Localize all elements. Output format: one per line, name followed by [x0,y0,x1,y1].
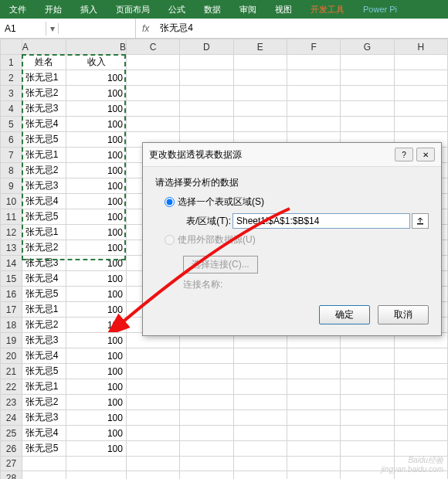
cell[interactable] [66,457,126,471]
cell[interactable]: 张无忌5 [22,287,66,302]
cell[interactable] [394,55,447,70]
cell[interactable] [233,117,287,132]
cell[interactable] [287,348,340,364]
cell[interactable] [22,457,66,471]
cell[interactable] [233,364,287,379]
select-all-corner[interactable] [1,39,22,55]
cell[interactable] [341,86,394,101]
row-header[interactable]: 21 [1,364,22,379]
col-header-D[interactable]: D [180,39,233,55]
cell[interactable] [287,117,340,132]
row-header[interactable]: 10 [1,194,22,209]
cell[interactable]: 100 [66,410,126,426]
cell[interactable] [341,101,394,117]
table-row[interactable]: 21张无忌5100 [1,364,448,379]
range-input[interactable] [232,213,410,229]
cell[interactable] [287,101,340,117]
cell[interactable]: 100 [66,163,126,178]
cell[interactable] [287,410,340,426]
row-header[interactable]: 9 [1,178,22,194]
row-header[interactable]: 2 [1,70,22,86]
table-row[interactable]: 24张无忌3100 [1,410,448,426]
table-row[interactable]: 23张无忌2100 [1,395,448,410]
cell[interactable]: 张无忌3 [22,410,66,426]
radio-select-range[interactable]: 选择一个表或区域(S) [165,195,429,209]
formula-input[interactable] [155,22,448,36]
tab-view[interactable]: 视图 [266,1,301,19]
cell[interactable]: 100 [66,287,126,302]
radio-select-range-input[interactable] [165,197,175,207]
cell[interactable] [126,379,179,395]
cell[interactable] [233,101,287,117]
row-header[interactable]: 25 [1,426,22,441]
cell[interactable] [126,86,179,101]
cell[interactable] [180,395,233,410]
row-header[interactable]: 19 [1,333,22,348]
cell[interactable] [341,379,394,395]
cell[interactable] [287,457,340,471]
table-row[interactable]: 2张无忌1100 [1,70,448,86]
fx-icon[interactable]: fx [136,23,155,34]
cell[interactable]: 100 [66,209,126,225]
cell[interactable] [126,101,179,117]
cell[interactable] [180,70,233,86]
cell[interactable]: 100 [66,194,126,209]
cell[interactable] [66,471,126,480]
table-row[interactable]: 26张无忌5100 [1,441,448,457]
cell[interactable] [126,457,179,471]
cell[interactable] [126,471,179,480]
cell[interactable]: 100 [66,86,126,101]
cell[interactable]: 张无忌2 [22,240,66,256]
cell[interactable]: 张无忌2 [22,163,66,178]
cell[interactable] [180,55,233,70]
cell[interactable]: 100 [66,132,126,148]
collapse-dialog-button[interactable] [412,213,429,229]
col-header-G[interactable]: G [341,39,394,55]
cell[interactable] [126,55,179,70]
row-header[interactable]: 7 [1,148,22,163]
table-row[interactable]: 25张无忌4100 [1,426,448,441]
dialog-help-button[interactable]: ? [395,148,413,161]
cell[interactable] [233,70,287,86]
cell[interactable] [126,70,179,86]
cell[interactable]: 张无忌1 [22,225,66,240]
cell[interactable] [126,410,179,426]
cell[interactable]: 100 [66,426,126,441]
cell[interactable]: 100 [66,70,126,86]
cell[interactable] [287,70,340,86]
cell[interactable] [287,395,340,410]
row-header[interactable]: 8 [1,163,22,178]
row-header[interactable]: 4 [1,101,22,117]
cell[interactable] [287,364,340,379]
table-row[interactable]: 20张无忌4100 [1,348,448,364]
row-header[interactable]: 27 [1,457,22,471]
cell[interactable]: 张无忌2 [22,395,66,410]
row-header[interactable]: 12 [1,225,22,240]
cell[interactable]: 张无忌3 [22,333,66,348]
cell[interactable]: 100 [66,379,126,395]
cell[interactable] [180,86,233,101]
cell[interactable] [233,86,287,101]
cell[interactable] [341,348,394,364]
col-header-A[interactable]: A [22,39,66,55]
col-header-B[interactable]: B [66,39,126,55]
cell[interactable]: 张无忌4 [22,348,66,364]
cell[interactable]: 100 [66,117,126,132]
cell[interactable]: 100 [66,148,126,163]
cell[interactable] [287,426,340,441]
cell[interactable]: 张无忌5 [22,132,66,148]
col-header-E[interactable]: E [233,39,287,55]
cell[interactable] [233,471,287,480]
tab-developer[interactable]: 开发工具 [301,1,354,19]
cell[interactable]: 张无忌4 [22,194,66,209]
tab-home[interactable]: 开始 [36,1,71,19]
cell[interactable] [394,410,447,426]
cell[interactable] [233,395,287,410]
cell[interactable]: 100 [66,395,126,410]
cell[interactable] [180,426,233,441]
cell[interactable] [233,379,287,395]
cell[interactable]: 100 [66,318,126,333]
cell[interactable]: 张无忌4 [22,426,66,441]
cell[interactable]: 张无忌1 [22,148,66,163]
row-header[interactable]: 5 [1,117,22,132]
